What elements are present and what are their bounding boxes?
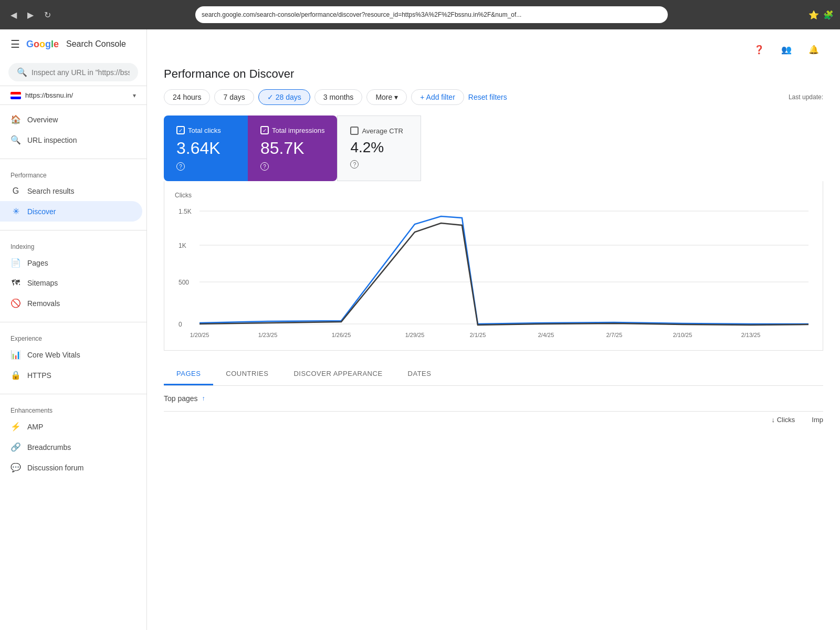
nav-section-indexing: Indexing 📄 Pages 🗺 Sitemaps 🚫 Removals [0,235,146,318]
top-pages-label: Top pages [164,394,198,403]
svg-text:1/29/25: 1/29/25 [405,332,425,338]
app-name: Search Console [66,39,126,49]
impressions-info-icon[interactable]: ? [260,162,269,171]
bottom-section: Top pages ↑ ↓ Clicks Imp [164,386,823,436]
svg-text:1K: 1K [178,242,186,249]
chart-svg: 1.5K 1K 500 0 1/20/25 1/23/25 1/26/25 1/… [175,203,812,340]
notifications-icon[interactable]: 🔔 [804,40,823,59]
removals-icon: 🚫 [10,298,21,308]
site-url: https://bssnu.in/ [25,91,129,99]
svg-text:1/23/25: 1/23/25 [258,332,278,338]
svg-text:1/26/25: 1/26/25 [332,332,351,338]
impressions-label-text: Total impressions [272,127,324,134]
url-search-input[interactable] [32,68,130,77]
clicks-value: 3.64K [176,139,235,158]
core-web-vitals-icon: 📊 [10,350,21,360]
y-axis-label: Clicks [175,192,192,199]
filter-3m-button[interactable]: 3 months [314,89,363,105]
tab-pages[interactable]: PAGES [164,363,213,385]
nav-section-main: 🏠 Overview 🔍 URL inspection [0,105,146,154]
sidebar-item-discussion-forum[interactable]: 💬 Discussion forum [0,457,142,478]
address-bar[interactable]: search.google.com/search-console/perform… [195,6,668,23]
impressions-card: ✓ Total impressions 85.7K ? [248,116,337,181]
svg-text:2/10/25: 2/10/25 [673,332,692,338]
sidebar-item-url-inspection[interactable]: 🔍 URL inspection [0,130,142,150]
sidebar-item-label: HTTPS [27,371,51,380]
nav-section-enhancements: Enhancements ⚡ AMP 🔗 Breadcrumbs 💬 Discu… [0,398,146,482]
sidebar-item-amp[interactable]: ⚡ AMP [0,416,142,437]
checkmark-icon: ✓ [267,93,274,101]
nav-section-performance: Performance G Search results ✳ Discover [0,163,146,226]
url-text: search.google.com/search-console/perform… [202,11,521,18]
sidebar-item-discover[interactable]: ✳ Discover [0,201,142,222]
url-search-bar[interactable]: 🔍 [8,63,138,81]
clicks-column-header[interactable]: ↓ Clicks [772,416,795,424]
add-filter-button[interactable]: + Add filter [411,89,464,105]
filter-28d-label: 28 days [276,93,301,101]
enhancements-section-label: Enhancements [0,403,146,416]
tab-dates[interactable]: DATES [395,363,444,385]
search-icon: 🔍 [17,67,27,77]
breadcrumbs-icon: 🔗 [10,442,21,452]
filter-28d-button[interactable]: ✓ 28 days [258,89,310,105]
main-header: ❓ 👥 🔔 [147,29,840,67]
page-title: Performance on Discover [147,67,840,89]
impressions-label: ✓ Total impressions [260,126,324,134]
clicks-info-icon[interactable]: ? [176,162,185,171]
clicks-label-text: Total clicks [188,127,221,134]
sidebar-item-label: AMP [27,423,43,431]
chart-header: Clicks [175,192,812,199]
svg-text:1.5K: 1.5K [178,208,192,215]
sort-icon[interactable]: ↑ [202,395,205,402]
sidebar-item-core-web-vitals[interactable]: 📊 Core Web Vitals [0,344,142,365]
bookmark-icon[interactable]: ⭐ [808,10,819,20]
help-icon[interactable]: ❓ [750,40,769,59]
svg-text:0: 0 [178,321,182,328]
impressions-value: 85.7K [260,139,324,158]
sidebar-item-label: Discover [27,207,56,216]
discover-icon: ✳ [10,206,21,216]
ctr-info-icon[interactable]: ? [350,160,359,169]
svg-text:2/4/25: 2/4/25 [538,332,554,338]
experience-section-label: Experience [0,331,146,344]
forward-button[interactable]: ▶ [23,7,38,22]
tab-discover-appearance[interactable]: DISCOVER APPEARANCE [281,363,395,385]
filter-bar: 24 hours 7 days ✓ 28 days 3 months More … [147,89,840,116]
hamburger-menu[interactable]: ☰ [10,38,20,50]
metrics-cards: ✓ Total clicks 3.64K ? ✓ Total impressio… [164,116,823,181]
sidebar-item-label: Search results [27,187,74,195]
sidebar-item-sitemaps[interactable]: 🗺 Sitemaps [0,273,142,293]
ctr-value: 4.2% [350,139,408,156]
ctr-checkbox[interactable] [350,127,359,135]
sidebar-item-label: Core Web Vitals [27,351,80,359]
filter-more-button[interactable]: More ▾ [366,89,407,105]
sidebar-item-search-results[interactable]: G Search results [0,181,142,201]
discussion-icon: 💬 [10,463,21,472]
amp-icon: ⚡ [10,422,21,432]
sidebar-item-https[interactable]: 🔒 HTTPS [0,365,142,385]
clicks-checkbox[interactable]: ✓ [176,126,185,134]
impressions-checkbox[interactable]: ✓ [260,126,269,134]
svg-text:2/1/25: 2/1/25 [470,332,486,338]
extensions-icon[interactable]: 🧩 [823,10,834,20]
indexing-section-label: Indexing [0,239,146,253]
sidebar-item-removals[interactable]: 🚫 Removals [0,293,142,313]
tab-countries[interactable]: COUNTRIES [213,363,281,385]
ctr-card: Average CTR 4.2% ? [337,116,421,181]
svg-text:2/13/25: 2/13/25 [741,332,761,338]
site-selector[interactable]: https://bssnu.in/ ▾ [0,86,146,105]
back-button[interactable]: ◀ [6,7,21,22]
chart-area: 1.5K 1K 500 0 1/20/25 1/23/25 1/26/25 1/… [175,203,812,340]
sidebar-item-overview[interactable]: 🏠 Overview [0,109,142,130]
reload-button[interactable]: ↻ [40,7,55,22]
sidebar-item-label: Pages [27,259,48,267]
sidebar-item-breadcrumbs[interactable]: 🔗 Breadcrumbs [0,437,142,457]
manage-users-icon[interactable]: 👥 [777,40,796,59]
browser-icons: ⭐ 🧩 [808,10,834,20]
more-dropdown-icon: ▾ [394,93,398,101]
filter-7d-button[interactable]: 7 days [214,89,254,105]
sidebar-item-pages[interactable]: 📄 Pages [0,253,142,273]
filter-24h-button[interactable]: 24 hours [164,89,210,105]
performance-section-label: Performance [0,167,146,181]
reset-filters-button[interactable]: Reset filters [468,93,507,101]
